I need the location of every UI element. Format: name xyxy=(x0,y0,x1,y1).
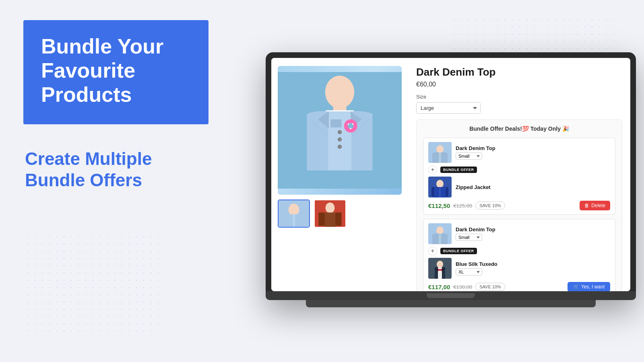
size-label: Size xyxy=(416,94,622,100)
svg-point-28 xyxy=(436,180,444,188)
svg-point-42 xyxy=(439,269,441,271)
product-detail-section[interactable]: Dark Denim Top €60,00 Size Small Medium … xyxy=(408,58,630,291)
bundle-item-1-size-select[interactable]: Small Medium Large xyxy=(456,152,482,160)
plus-icon-1: + xyxy=(428,165,437,174)
cart-icon: 🛒 xyxy=(573,284,579,290)
svg-point-13 xyxy=(350,128,351,130)
delete-button[interactable]: 🗑 Delete xyxy=(580,201,610,210)
svg-point-5 xyxy=(338,130,341,134)
bundle-item-1: Dark Denim Top Small Medium Large xyxy=(423,138,615,215)
bundle-item-1b-info: Zipped Jacket xyxy=(456,184,610,190)
svg-rect-26 xyxy=(439,152,441,163)
bundle-thumb-2b xyxy=(428,258,452,279)
laptop-screen: Dark Denim Top €60,00 Size Small Medium … xyxy=(271,58,630,291)
trash-icon: 🗑 xyxy=(584,203,589,208)
bundle-item-1-info: Dark Denim Top Small Medium Large xyxy=(456,145,610,160)
bundle-thumb-1b xyxy=(428,177,452,197)
bundle-deals-box: Bundle Offer Deals!💯 Today Only 🎉 xyxy=(416,119,622,291)
bundle-item-1-row: Dark Denim Top Small Medium Large xyxy=(428,142,610,163)
yes-i-want-button[interactable]: 🛒 Yes, I want xyxy=(568,282,610,291)
laptop-outer: Dark Denim Top €60,00 Size Small Medium … xyxy=(266,52,636,300)
svg-point-25 xyxy=(436,145,444,153)
bundle-2-price-row: €117,00 €130,00 SAVE 10% 🛒 Yes, I want xyxy=(428,282,610,291)
bundle-connector-1: + BUNDLE OFFER xyxy=(428,165,610,174)
svg-rect-30 xyxy=(431,187,434,197)
bundle-thumb-1 xyxy=(428,142,452,163)
size-select[interactable]: Small Medium Large XL xyxy=(416,102,481,114)
svg-rect-23 xyxy=(335,212,341,226)
bundle-2-new-price: €117,00 xyxy=(428,284,450,290)
svg-point-17 xyxy=(289,204,299,216)
svg-rect-18 xyxy=(293,214,295,227)
svg-point-20 xyxy=(326,202,335,213)
bundle-item-2b-size-select[interactable]: Small Medium Large XL xyxy=(456,268,482,276)
bundle-badge-1: BUNDLE OFFER xyxy=(440,167,477,173)
bundle-1-save-badge: SAVE 10% xyxy=(475,202,505,210)
bundle-item-2-name: Dark Denim Top xyxy=(456,226,610,232)
bundle-item-2-info: Dark Denim Top Small Medium Large xyxy=(456,226,610,241)
svg-point-7 xyxy=(338,145,341,148)
bundle-2-save-badge: SAVE 10% xyxy=(475,283,505,291)
svg-rect-35 xyxy=(439,234,441,244)
left-content: Bundle Your Favourite Products Create Mu… xyxy=(23,20,208,191)
bundle-item-2-row: Dark Denim Top Small Medium Large xyxy=(428,223,610,244)
thumbnail-2[interactable] xyxy=(314,200,346,228)
bundle-item-2b-info: Blue Silk Tuxedo Small Medium Large XL xyxy=(456,261,610,276)
hero-title: Bundle Your Favourite Products xyxy=(41,35,191,107)
bundle-item-2-size-select[interactable]: Small Medium Large xyxy=(456,234,482,241)
bundle-item-2: Dark Denim Top Small Medium Large xyxy=(423,219,615,291)
product-name: Dark Denim Top xyxy=(416,66,622,78)
svg-rect-21 xyxy=(324,212,336,227)
laptop-stand xyxy=(306,300,596,307)
dot-pattern-bottom xyxy=(24,233,161,338)
bundle-item-1-size: Small Medium Large xyxy=(456,151,610,160)
bundle-badge-2: BUNDLE OFFER xyxy=(440,248,477,254)
thumbnail-row xyxy=(278,200,402,228)
svg-point-34 xyxy=(436,226,444,234)
bundle-item-2-size: Small Medium Large xyxy=(456,232,610,241)
hero-box: Bundle Your Favourite Products xyxy=(23,20,208,124)
create-subtitle: Create Multiple Bundle Offers xyxy=(23,148,208,191)
svg-point-12 xyxy=(352,123,354,125)
bundle-item-1-name: Dark Denim Top xyxy=(456,145,610,151)
plus-icon-2: + xyxy=(428,247,437,255)
svg-point-37 xyxy=(437,261,443,268)
bundle-item-2b-row: Blue Silk Tuxedo Small Medium Large XL xyxy=(428,258,610,279)
bundle-2-old-price: €130,00 xyxy=(453,284,472,290)
thumbnail-1[interactable] xyxy=(278,200,310,228)
laptop-base xyxy=(266,291,636,300)
bundle-thumb-2 xyxy=(428,223,452,244)
svg-rect-31 xyxy=(446,187,448,197)
bundle-connector-2: + BUNDLE OFFER xyxy=(428,247,610,255)
bundle-item-2b-size: Small Medium Large XL xyxy=(456,267,610,276)
product-image-section xyxy=(271,58,408,291)
bundle-item-1b-row: Zipped Jacket xyxy=(428,177,610,197)
laptop-notch xyxy=(427,293,475,298)
laptop-container: Dark Denim Top €60,00 Size Small Medium … xyxy=(266,52,636,307)
main-product-image xyxy=(278,66,402,195)
bundle-1-new-price: €112,50 xyxy=(428,202,450,209)
svg-rect-22 xyxy=(319,212,325,226)
svg-point-6 xyxy=(338,138,341,141)
svg-point-11 xyxy=(348,123,349,125)
product-price: €60,00 xyxy=(416,81,622,88)
bundle-deals-title: Bundle Offer Deals!💯 Today Only 🎉 xyxy=(423,125,615,132)
bundle-1-price-row: €112,50 €125,00 SAVE 10% 🗑 Delete xyxy=(428,201,610,210)
bundle-item-1b-name: Zipped Jacket xyxy=(456,184,610,190)
svg-point-2 xyxy=(325,76,354,109)
svg-rect-8 xyxy=(330,119,341,128)
bundle-item-2b-name: Blue Silk Tuxedo xyxy=(456,261,610,267)
bundle-1-old-price: €125,00 xyxy=(453,203,472,209)
